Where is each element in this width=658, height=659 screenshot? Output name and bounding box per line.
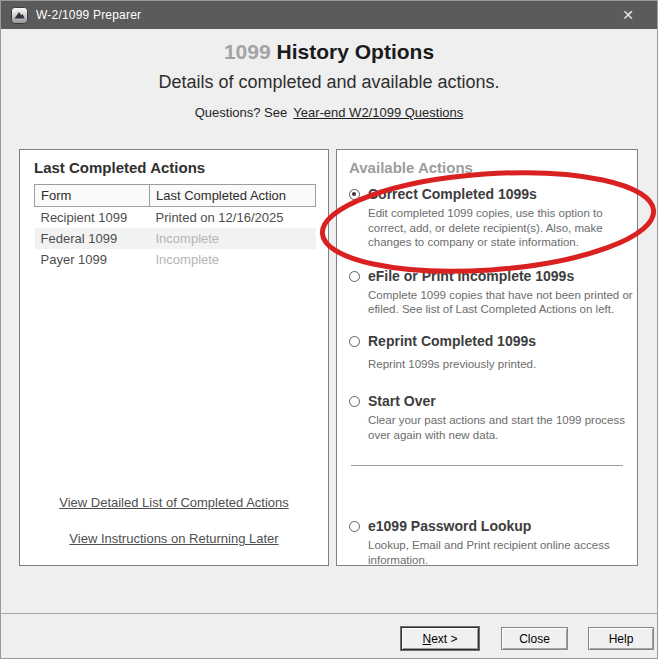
radio-icon[interactable]: [349, 396, 360, 407]
dialog-window: W-2/1099 Preparer ✕ 1099History Options …: [0, 0, 658, 659]
help-button-label: Help: [589, 629, 653, 649]
last-completed-actions-panel: Last Completed Actions Form Last Complet…: [19, 149, 329, 566]
action-cell: Printed on 12/16/2025: [150, 207, 316, 228]
radio-icon[interactable]: [349, 521, 360, 532]
app-icon: [11, 7, 28, 24]
right-panel-heading: Available Actions: [349, 159, 637, 176]
table-row: Federal 1099 Incomplete: [35, 228, 316, 249]
table-row: Payer 1099 Incomplete: [35, 249, 316, 270]
option-description: Clear your past actions and start the 10…: [368, 413, 636, 442]
option-label: Start Over: [368, 392, 636, 410]
page-title-prefix: 1099: [224, 40, 271, 63]
radio-icon[interactable]: [349, 189, 360, 200]
view-instructions-link[interactable]: View Instructions on Returning Later: [20, 531, 328, 546]
page-title: 1099History Options: [1, 40, 657, 64]
page-title-main: History Options: [277, 40, 435, 63]
option-efile-or-print-incomplete-1099s[interactable]: eFile or Print Incomplete 1099s Complete…: [349, 267, 633, 317]
left-panel-heading: Last Completed Actions: [34, 159, 328, 176]
option-reprint-completed-1099s[interactable]: Reprint Completed 1099s Reprint 1099s pr…: [349, 332, 633, 372]
next-button[interactable]: Next >: [401, 627, 479, 650]
available-actions-panel: Available Actions Correct Completed 1099…: [336, 149, 638, 566]
questions-link[interactable]: Year-end W2/1099 Questions: [293, 105, 463, 120]
action-cell: Incomplete: [150, 249, 316, 270]
action-cell: Incomplete: [150, 228, 316, 249]
options-list: Correct Completed 1099s Edit completed 1…: [349, 185, 633, 567]
form-cell: Recipient 1099: [35, 207, 150, 228]
column-header-form: Form: [35, 185, 150, 207]
option-label: Reprint Completed 1099s: [368, 332, 636, 350]
button-bar-separator: [1, 613, 658, 614]
dialog-header: 1099History Options Details of completed…: [1, 29, 657, 120]
option-description: Lookup, Email and Print recipient online…: [368, 538, 636, 567]
radio-icon[interactable]: [349, 336, 360, 347]
option-label: eFile or Print Incomplete 1099s: [368, 267, 636, 285]
options-divider: [351, 465, 623, 466]
view-detailed-list-link[interactable]: View Detailed List of Completed Actions: [20, 495, 328, 510]
questions-line: Questions? SeeYear-end W2/1099 Questions: [1, 105, 657, 120]
column-header-action: Last Completed Action: [150, 185, 316, 207]
close-icon[interactable]: ✕: [613, 1, 643, 29]
radio-icon[interactable]: [349, 271, 360, 282]
form-cell: Federal 1099: [35, 228, 150, 249]
option-e1099-password-lookup[interactable]: e1099 Password Lookup Lookup, Email and …: [349, 517, 633, 567]
table-row: Recipient 1099 Printed on 12/16/2025: [35, 207, 316, 228]
form-cell: Payer 1099: [35, 249, 150, 270]
option-description: Complete 1099 copies that have not been …: [368, 288, 636, 317]
option-label: Correct Completed 1099s: [368, 185, 636, 203]
title-bar: W-2/1099 Preparer ✕: [1, 1, 657, 29]
window-title: W-2/1099 Preparer: [36, 8, 141, 22]
close-button[interactable]: Close: [501, 627, 568, 650]
next-button-label: Next >: [402, 629, 478, 649]
completed-actions-table: Form Last Completed Action Recipient 109…: [34, 184, 316, 270]
option-label: e1099 Password Lookup: [368, 517, 636, 535]
table-header-row: Form Last Completed Action: [35, 185, 316, 207]
option-description: Reprint 1099s previously printed.: [368, 357, 636, 372]
help-button[interactable]: Help: [588, 627, 654, 650]
option-start-over[interactable]: Start Over Clear your past actions and s…: [349, 392, 633, 442]
page-subtitle: Details of completed and available actio…: [1, 72, 657, 93]
questions-prefix: Questions? See: [195, 105, 288, 120]
option-description: Edit completed 1099 copies, use this opt…: [368, 206, 636, 250]
option-correct-completed-1099s[interactable]: Correct Completed 1099s Edit completed 1…: [349, 185, 633, 250]
close-button-label: Close: [502, 629, 567, 649]
